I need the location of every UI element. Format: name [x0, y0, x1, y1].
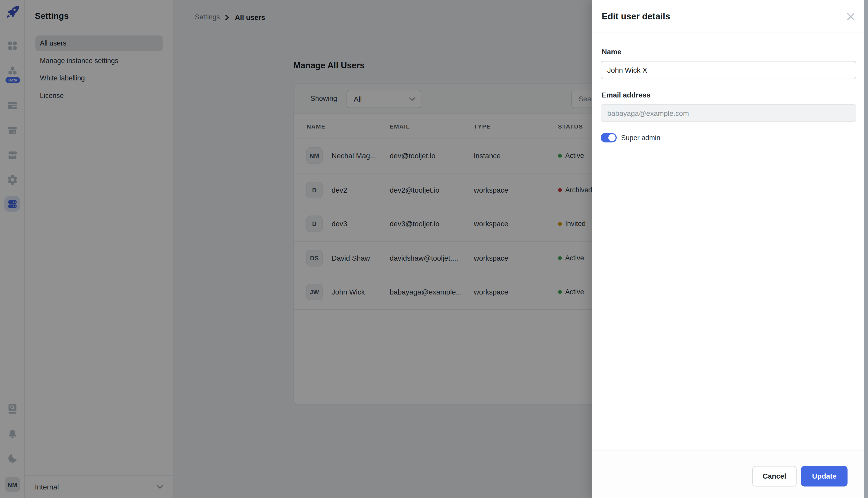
- cancel-button[interactable]: Cancel: [752, 466, 797, 486]
- app-window: Beta NM Settings All usersManage instanc…: [0, 0, 868, 498]
- edit-user-drawer: Edit user details Name Email address Sup…: [592, 0, 868, 498]
- drawer-actions: Cancel Update: [752, 466, 847, 486]
- name-field-label: Name: [602, 48, 856, 56]
- drawer-footer: Cancel Update: [592, 450, 868, 498]
- email-field-label: Email address: [602, 91, 856, 99]
- toggle-knob: [608, 134, 615, 142]
- email-input: [601, 104, 856, 122]
- super-admin-row: Super admin: [601, 133, 856, 142]
- drawer-header: Edit user details: [592, 0, 868, 34]
- update-button[interactable]: Update: [801, 466, 847, 486]
- close-icon[interactable]: [846, 11, 856, 22]
- super-admin-label: Super admin: [621, 134, 660, 142]
- super-admin-toggle[interactable]: [601, 133, 616, 142]
- vertical-scrollbar[interactable]: [864, 0, 868, 498]
- drawer-body: Name Email address Super admin: [601, 34, 856, 143]
- drawer-title: Edit user details: [602, 11, 670, 22]
- name-input[interactable]: [601, 61, 856, 79]
